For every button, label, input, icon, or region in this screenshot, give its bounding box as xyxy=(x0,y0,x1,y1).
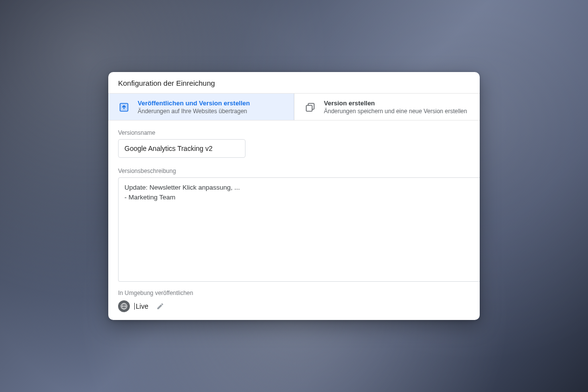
tab-create-subtitle: Änderungen speichern und eine neue Versi… xyxy=(324,108,467,115)
version-description-textarea[interactable] xyxy=(118,177,480,282)
dialog-body: Versionsname Versionsbeschreibung In Umg… xyxy=(108,121,480,320)
publish-icon xyxy=(117,100,131,114)
action-tabs: Veröffentlichen und Version erstellen Än… xyxy=(108,94,480,121)
edit-environment-button[interactable] xyxy=(156,302,164,310)
globe-icon xyxy=(118,300,130,312)
tab-create-version[interactable]: Version erstellen Änderungen speichern u… xyxy=(294,94,480,120)
submit-config-dialog: Konfiguration der Einreichung Veröffentl… xyxy=(108,72,480,320)
tab-publish-and-create-version[interactable]: Veröffentlichen und Version erstellen Än… xyxy=(108,94,294,120)
version-name-label: Versionsname xyxy=(118,129,480,136)
environment-name: Live xyxy=(135,302,148,310)
version-name-input[interactable] xyxy=(118,139,245,158)
publish-environment-label: In Umgebung veröffentlichen xyxy=(118,290,480,296)
tab-publish-subtitle: Änderungen auf Ihre Websites übertragen xyxy=(138,108,250,115)
copy-icon xyxy=(303,100,317,114)
version-description-label: Versionsbeschreibung xyxy=(118,168,480,174)
tab-publish-title: Veröffentlichen und Version erstellen xyxy=(138,99,250,107)
svg-rect-3 xyxy=(306,105,312,111)
tab-create-title: Version erstellen xyxy=(324,99,467,107)
dialog-title: Konfiguration der Einreichung xyxy=(108,72,480,94)
